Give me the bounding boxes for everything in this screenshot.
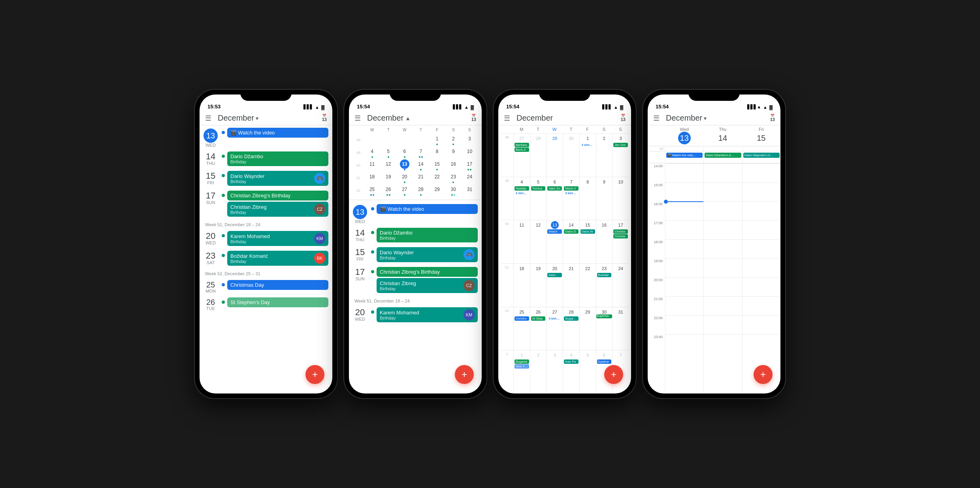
menu-icon-1[interactable]: ☰ [205, 114, 211, 123]
fab-4[interactable]: + [754, 365, 773, 384]
grid-day-27-g[interactable]: 273 birth… [546, 307, 563, 350]
event-bozidar-1[interactable]: Božidar Komarić Birthday BK [227, 251, 328, 266]
fab-1[interactable]: + [305, 365, 324, 384]
event-dario-dzambo-2[interactable]: Dario Džambo Birthday [377, 228, 478, 242]
grid-day-27[interactable]: 27BarbaraBoris Z [513, 134, 530, 177]
mini-day-30[interactable]: 30 [445, 184, 462, 197]
week-body-4[interactable]: 14:00 15:00 16:00 17:00 18:00 19:00 20:0… [648, 163, 780, 393]
event-st-stephens-1[interactable]: St Stephen's Day [227, 297, 328, 307]
week-day-num-15[interactable]: 15 [755, 132, 767, 144]
mini-day-empty4[interactable] [413, 134, 429, 146]
mini-day-11[interactable]: 11 [364, 159, 380, 171]
mini-day-6[interactable]: 6 [396, 146, 413, 159]
mini-day-3[interactable]: 3 [462, 134, 478, 146]
event-christian-zibreg-1[interactable]: Christian Zibreg Birthday CZ [227, 202, 328, 217]
mini-day-4[interactable]: 4 [364, 146, 380, 159]
menu-icon-2[interactable]: ☰ [354, 114, 361, 123]
grid-day-25-g[interactable]: 25Christm [513, 307, 530, 350]
grid-day-7[interactable]: 7Mario V3 birth… [563, 177, 579, 220]
grid-day-4-jan[interactable]: 4Ivan Pa [563, 350, 579, 393]
calendar-icon-1[interactable]: 📅 13 [322, 114, 327, 122]
event-christian-zibreg-2[interactable]: Christian Zibreg Birthday CZ [377, 278, 478, 293]
grid-day-22[interactable]: 22 [579, 264, 596, 307]
grid-day-17[interactable]: 17ChristiaChristia [612, 220, 629, 263]
mini-day-2[interactable]: 2 [445, 134, 462, 146]
mini-day-18[interactable]: 18 [364, 172, 380, 184]
grid-day-28[interactable]: 28 [530, 134, 547, 177]
week-col-day-15[interactable] [742, 163, 780, 393]
grid-day-20-g[interactable]: 20Karem M [546, 264, 563, 307]
schedule-content-2[interactable]: 13 Wed 🎬 Watch the video [349, 202, 482, 393]
grid-day-23-g[interactable]: 23Božidar [596, 264, 612, 307]
mini-day-5[interactable]: 5 [380, 146, 396, 159]
mini-day-13[interactable]: 13 [396, 159, 413, 171]
event-christian-bday-1[interactable]: Christian Zibreg's Birthday [227, 191, 328, 200]
week-col-day-13[interactable] [665, 163, 703, 393]
grid-day-24[interactable]: 24 [612, 264, 629, 307]
mini-day-20[interactable]: 20 [396, 172, 413, 184]
grid-day-30[interactable]: 30 [563, 134, 579, 177]
calendar-icon-3[interactable]: 📅 13 [621, 114, 626, 122]
grid-day-1-jan[interactable]: 1BugarskNew Ye… [513, 350, 530, 393]
mini-day-29[interactable]: 29 [429, 184, 445, 197]
grid-day-11[interactable]: 11 [513, 220, 530, 263]
grid-day-21[interactable]: 21 [563, 264, 579, 307]
grid-day-12[interactable]: 12 [530, 220, 547, 263]
calendar-icon-2[interactable]: 📅 13 [471, 114, 476, 122]
grid-day-31-g[interactable]: 31 [612, 307, 629, 350]
grid-day-5[interactable]: 5Tomica [530, 177, 547, 220]
menu-icon-4[interactable]: ☰ [653, 114, 660, 123]
all-day-dario-dzambo[interactable]: Dario Džambo's b… [705, 153, 741, 158]
mini-day-7[interactable]: 7 [413, 146, 429, 159]
mini-day-14[interactable]: 14 [413, 159, 429, 171]
grid-day-15[interactable]: 15Dario W [579, 220, 596, 263]
mini-day-28[interactable]: 28 [413, 184, 429, 197]
week-day-num-13[interactable]: 13 [678, 132, 691, 144]
mini-day-15[interactable]: 15 [429, 159, 445, 171]
mini-day-empty3[interactable] [396, 134, 413, 146]
grid-day-9[interactable]: 9 [596, 177, 612, 220]
event-dario-waynder-2[interactable]: Dario Waynder Birthday 🎮 [377, 247, 478, 262]
week-day-num-14[interactable]: 14 [716, 132, 729, 144]
all-day-watch-video[interactable]: 🎬 Watch the vide… [666, 153, 703, 158]
event-watch-video-1[interactable]: 🎬 Watch the video [227, 128, 328, 138]
mini-day-19[interactable]: 19 [380, 172, 396, 184]
grid-day-16[interactable]: 16 [596, 220, 612, 263]
grid-day-10[interactable]: 10 [612, 177, 629, 220]
mini-day-8[interactable]: 8 [429, 146, 445, 159]
grid-day-3-jan[interactable]: 3 [546, 350, 563, 393]
calendar-icon-4[interactable]: 📅 13 [770, 114, 775, 122]
event-christmas-1[interactable]: Christmas Day [227, 280, 328, 290]
mini-day-25[interactable]: 25 [364, 184, 380, 197]
fab-3[interactable]: + [604, 365, 623, 384]
grid-day-4[interactable]: 4Natalija2 birth… [513, 177, 530, 220]
mini-day-1[interactable]: 1 [429, 134, 445, 146]
mini-day-empty2[interactable] [380, 134, 396, 146]
grid-day-29-g[interactable]: 29 [579, 307, 596, 350]
event-dario-dzambo-1[interactable]: Dario Džambo Birthday [227, 151, 328, 166]
grid-day-26-g[interactable]: 26St Step [530, 307, 547, 350]
mini-day-12[interactable]: 12 [380, 159, 396, 171]
event-karem-2[interactable]: Karem Mohamed Birthday KM [377, 307, 478, 322]
week-col-day-14[interactable] [703, 163, 742, 393]
grid-day-13[interactable]: 13Watch [546, 220, 563, 263]
mini-day-22[interactable]: 22 [429, 172, 445, 184]
mini-day-9[interactable]: 9 [445, 146, 462, 159]
mini-day-21[interactable]: 21 [413, 172, 429, 184]
mini-day-17[interactable]: 17 [462, 159, 478, 171]
event-watch-video-2[interactable]: 🎬 Watch the video [377, 204, 478, 214]
mini-day-10[interactable]: 10 [462, 146, 478, 159]
grid-day-3[interactable]: 3Jim Gre [612, 134, 629, 177]
event-karem-1[interactable]: Karem Mohamed Birthday KM [227, 231, 328, 246]
grid-day-6[interactable]: 6Jake Sn [546, 177, 563, 220]
mini-day-31[interactable]: 31 [462, 184, 478, 197]
grid-day-2[interactable]: 2 [596, 134, 612, 177]
mini-day-26[interactable]: 26 [380, 184, 396, 197]
all-day-dario-waynder[interactable]: Dario Waynder's b… [743, 153, 780, 158]
menu-icon-3[interactable]: ☰ [504, 114, 510, 123]
event-dario-waynder-1[interactable]: Dario Waynder Birthday 🎮 [227, 171, 328, 186]
grid-day-28-g[interactable]: 28Bugarska [563, 307, 579, 350]
grid-day-8[interactable]: 8 [579, 177, 596, 220]
grid-day-18[interactable]: 18 [513, 264, 530, 307]
grid-day-29[interactable]: 29 [546, 134, 563, 177]
